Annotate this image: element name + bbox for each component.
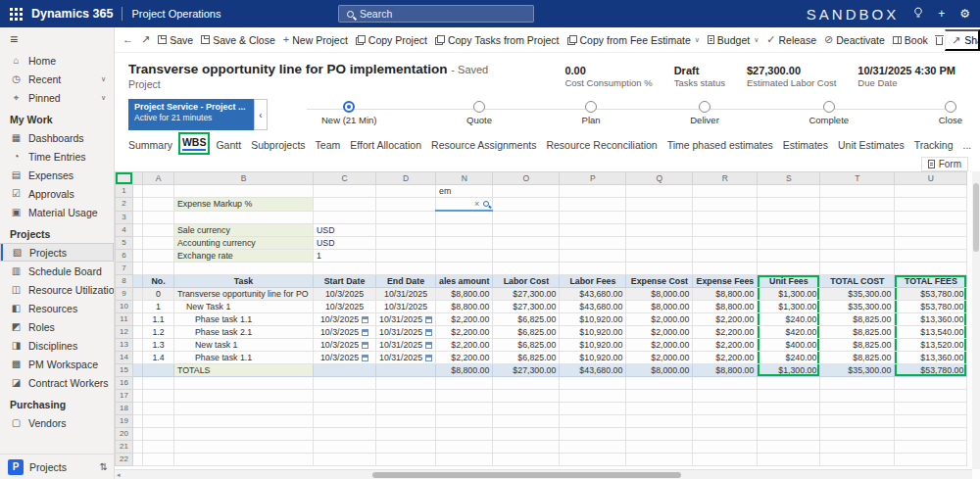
cell-P-21[interactable] bbox=[560, 440, 626, 453]
cell-P-15[interactable]: $43,680.00 bbox=[560, 363, 626, 376]
sidebar-item-dashboards[interactable]: ▦Dashboards bbox=[0, 128, 114, 147]
column-header-N[interactable]: N bbox=[436, 172, 493, 185]
cell-N-18[interactable] bbox=[436, 402, 493, 414]
cell-D-5[interactable] bbox=[376, 236, 436, 249]
cell-U-7[interactable] bbox=[895, 262, 967, 274]
cell-R-21[interactable] bbox=[693, 440, 758, 453]
cell-U-3[interactable] bbox=[895, 211, 967, 223]
cell-Q-9[interactable]: $8,000.00 bbox=[626, 287, 693, 300]
cell-gutter-10[interactable] bbox=[133, 300, 143, 312]
cell-C-9[interactable]: 10/3/2025 bbox=[314, 287, 376, 300]
cell-B-9[interactable]: Transverse opportunity line for PO bbox=[174, 287, 314, 300]
cell-Q-1[interactable] bbox=[626, 185, 693, 198]
cell-B-10[interactable]: New Task 1 bbox=[174, 300, 314, 312]
cell-N-13[interactable]: $2,200.00 bbox=[436, 338, 493, 351]
cell-B-13[interactable]: New task 1 bbox=[174, 338, 314, 351]
cell-A-13[interactable]: 1.3 bbox=[143, 338, 174, 351]
cell-S-4[interactable] bbox=[758, 223, 820, 236]
cell-A-9[interactable]: 0 bbox=[143, 287, 174, 300]
cell-N-3[interactable] bbox=[436, 211, 493, 223]
horizontal-scrollbar[interactable]: ◂ bbox=[115, 469, 972, 479]
cell-N-16[interactable] bbox=[436, 376, 493, 389]
app-title[interactable]: Dynamics 365 bbox=[31, 7, 113, 21]
cell-T-5[interactable] bbox=[820, 236, 895, 249]
cell-D-22[interactable] bbox=[376, 453, 436, 465]
bpf-stage-quote[interactable]: Quote bbox=[466, 101, 492, 130]
column-header-C[interactable]: C bbox=[314, 172, 376, 185]
cell-A-22[interactable] bbox=[143, 453, 174, 465]
vertical-scrollbar-thumb[interactable] bbox=[973, 183, 979, 252]
cell-U-22[interactable] bbox=[895, 453, 967, 465]
cell-O-8[interactable]: Labor Cost bbox=[493, 274, 560, 287]
cell-T-22[interactable] bbox=[820, 453, 895, 465]
cell-P-7[interactable] bbox=[560, 262, 626, 274]
sidebar-item-roles[interactable]: ◩Roles bbox=[0, 317, 114, 336]
tab-unit-estimates[interactable]: Unit Estimates bbox=[838, 139, 905, 151]
horizontal-scrollbar-thumb[interactable] bbox=[372, 472, 681, 478]
cell-U-18[interactable] bbox=[895, 402, 967, 414]
row-number[interactable]: 6 bbox=[116, 249, 133, 262]
cell-B-15[interactable]: TOTALS bbox=[174, 363, 314, 376]
cell-S-8[interactable]: Unit Fees bbox=[758, 274, 820, 287]
cell-A-21[interactable] bbox=[143, 440, 174, 453]
cell-R-1[interactable] bbox=[693, 185, 758, 198]
copy-project-button[interactable]: Copy Project bbox=[352, 29, 431, 51]
cell-Q-8[interactable]: Expense Cost bbox=[626, 274, 693, 287]
cell-R-3[interactable] bbox=[693, 211, 758, 223]
scroll-left-arrow[interactable]: ◂ bbox=[117, 470, 121, 479]
calendar-icon[interactable] bbox=[425, 342, 432, 349]
cell-T-2[interactable] bbox=[820, 198, 895, 212]
cell-B-12[interactable]: Phase task 2.1 bbox=[174, 325, 314, 338]
tab-subprojects[interactable]: Subprojects bbox=[251, 139, 305, 151]
cell-D-2[interactable] bbox=[376, 198, 436, 212]
sidebar-item-material-usage[interactable]: ▣Material Usage bbox=[0, 203, 114, 221]
save-and-close-button[interactable]: Save & Close bbox=[197, 29, 279, 51]
cell-B-2[interactable]: Expense Markup % bbox=[174, 198, 314, 212]
cell-A-12[interactable]: 1.2 bbox=[143, 325, 174, 338]
column-header-Q[interactable]: Q bbox=[626, 172, 693, 185]
cell-O-19[interactable] bbox=[493, 414, 560, 427]
cell-Q-5[interactable] bbox=[626, 236, 693, 249]
cell-U-15[interactable]: $53,780.00 bbox=[895, 363, 967, 376]
cell-P-20[interactable] bbox=[560, 427, 626, 440]
cell-D-18[interactable] bbox=[376, 402, 436, 414]
cell-Q-7[interactable] bbox=[626, 262, 693, 274]
cell-R-16[interactable] bbox=[693, 376, 758, 389]
sidebar-item-recent[interactable]: ◷Recent∨ bbox=[0, 70, 114, 88]
cell-R-18[interactable] bbox=[693, 402, 758, 414]
cell-Q-13[interactable]: $2,000.00 bbox=[626, 338, 693, 351]
cell-gutter-19[interactable] bbox=[133, 414, 143, 427]
cell-P-11[interactable]: $10,920.00 bbox=[560, 312, 626, 325]
sidebar-item-resource-utilization[interactable]: ◫Resource Utilization bbox=[0, 280, 114, 299]
row-number[interactable]: 16 bbox=[116, 376, 133, 389]
column-header-U[interactable]: U bbox=[895, 172, 967, 185]
cell-Q-20[interactable] bbox=[626, 427, 693, 440]
cell-A-10[interactable]: 1 bbox=[143, 300, 174, 312]
sidebar-item-approvals[interactable]: ☑Approvals bbox=[0, 184, 114, 203]
cell-O-11[interactable]: $6,825.00 bbox=[493, 312, 560, 325]
cell-gutter-13[interactable] bbox=[133, 338, 143, 351]
copy-tasks-from-project-button[interactable]: Copy Tasks from Project bbox=[431, 29, 564, 51]
cell-O-2[interactable] bbox=[493, 198, 560, 212]
cell-R-7[interactable] bbox=[693, 262, 758, 274]
cell-T-9[interactable]: $35,300.00 bbox=[820, 287, 895, 300]
cell-gutter-20[interactable] bbox=[133, 427, 143, 440]
cell-N-1[interactable]: em bbox=[436, 185, 493, 198]
budget-button[interactable]: Budget∨ bbox=[704, 29, 762, 51]
cell-C-15[interactable] bbox=[314, 363, 376, 376]
cell-N-6[interactable] bbox=[436, 249, 493, 262]
cell-B-6[interactable]: Exchange rate bbox=[174, 249, 314, 262]
cell-U-8[interactable]: TOTAL FEES bbox=[895, 274, 967, 287]
column-header-O[interactable]: O bbox=[493, 172, 560, 185]
cell-N-10[interactable]: $8,800.00 bbox=[436, 300, 493, 312]
cell-N-7[interactable] bbox=[436, 262, 493, 274]
row-number[interactable]: 5 bbox=[116, 236, 133, 249]
cell-D-12[interactable]: 10/31/2025 bbox=[376, 325, 436, 338]
column-header-P[interactable]: P bbox=[560, 172, 626, 185]
cell-U-21[interactable] bbox=[895, 440, 967, 453]
bpf-stage-close[interactable]: Close bbox=[939, 101, 962, 130]
cell-A-7[interactable] bbox=[143, 262, 174, 274]
row-number[interactable]: 10 bbox=[116, 300, 133, 312]
cell-S-10[interactable]: $1,300.00 bbox=[758, 300, 820, 312]
tab-estimates[interactable]: Estimates bbox=[783, 139, 828, 151]
